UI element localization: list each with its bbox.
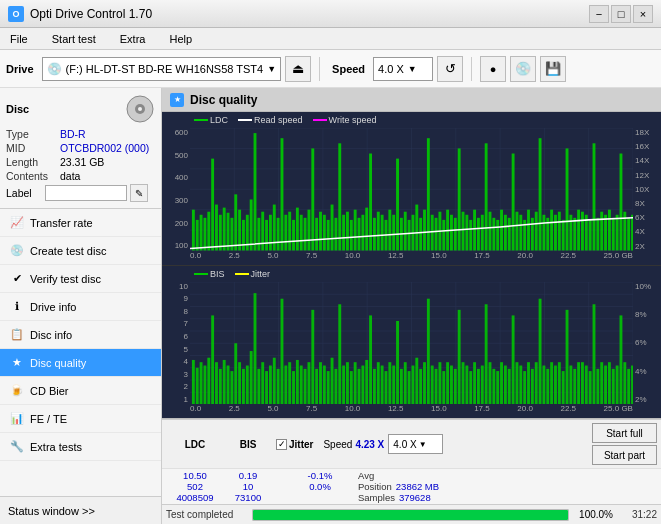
svg-rect-134	[631, 215, 633, 251]
svg-rect-100	[500, 210, 503, 251]
sidebar-item-cd-bier[interactable]: 🍺 CD Bier	[0, 377, 161, 405]
svg-rect-120	[577, 210, 580, 251]
minimize-button[interactable]: −	[589, 5, 609, 23]
svg-rect-167	[234, 343, 237, 404]
disc-button[interactable]: 💿	[510, 56, 536, 82]
svg-rect-40	[269, 215, 272, 251]
svg-rect-118	[569, 215, 572, 251]
menu-file[interactable]: File	[4, 31, 34, 47]
save-button[interactable]: 💾	[540, 56, 566, 82]
sidebar-item-verify-test-disc[interactable]: ✔ Verify test disc	[0, 265, 161, 293]
svg-rect-199	[358, 368, 361, 404]
svg-rect-158	[200, 362, 203, 404]
start-part-button[interactable]: Start part	[592, 445, 657, 465]
svg-rect-250	[554, 365, 557, 404]
speed-stat-combo[interactable]: 4.0 X ▼	[388, 434, 443, 454]
svg-rect-95	[481, 215, 484, 251]
svg-rect-60	[346, 212, 349, 251]
speed-combo[interactable]: 4.0 X ▼	[373, 57, 433, 81]
svg-rect-270	[631, 365, 633, 404]
svg-rect-103	[512, 154, 515, 251]
sidebar-item-disc-quality[interactable]: ★ Disc quality	[0, 349, 161, 377]
svg-rect-116	[562, 220, 565, 251]
maximize-button[interactable]: □	[611, 5, 631, 23]
start-full-button[interactable]: Start full	[592, 423, 657, 443]
svg-rect-109	[535, 212, 538, 251]
close-button[interactable]: ×	[633, 5, 653, 23]
svg-rect-213	[412, 365, 415, 404]
svg-rect-178	[277, 368, 280, 404]
chart1-y-axis-right: 18X 16X 14X 12X 10X 8X 6X 4X 2X	[633, 128, 661, 251]
svg-rect-264	[608, 362, 611, 404]
avg-ldc: 10.50	[183, 470, 207, 481]
menu-start-test[interactable]: Start test	[46, 31, 102, 47]
svg-rect-28	[223, 208, 226, 251]
svg-rect-179	[281, 298, 284, 404]
status-window-button[interactable]: Status window >>	[0, 496, 161, 524]
svg-rect-190	[323, 365, 326, 404]
svg-rect-128	[608, 210, 611, 251]
svg-rect-257	[581, 362, 584, 404]
svg-rect-176	[269, 365, 272, 404]
svg-rect-62	[354, 210, 357, 251]
svg-rect-180	[284, 365, 287, 404]
sidebar-item-drive-info[interactable]: ℹ Drive info	[0, 293, 161, 321]
svg-rect-82	[431, 215, 434, 251]
sidebar-item-drive-info-label: Drive info	[30, 301, 76, 313]
svg-rect-266	[616, 365, 619, 404]
svg-rect-244	[531, 368, 534, 404]
label-input[interactable]	[45, 185, 127, 201]
app-icon: O	[8, 6, 24, 22]
svg-rect-61	[350, 220, 353, 251]
svg-rect-208	[392, 365, 395, 404]
sidebar-item-create-test-disc[interactable]: 💿 Create test disc	[0, 237, 161, 265]
quality-panel-icon: ★	[170, 93, 184, 107]
total-bis: 73100	[235, 492, 261, 503]
svg-rect-110	[539, 138, 542, 250]
drive-combo[interactable]: 💿 (F:) HL-DT-ST BD-RE WH16NS58 TST4 ▼	[42, 57, 282, 81]
svg-rect-224	[454, 368, 457, 404]
menu-extra[interactable]: Extra	[114, 31, 152, 47]
length-value: 23.31 GB	[60, 156, 104, 168]
svg-rect-58	[338, 143, 341, 250]
svg-rect-177	[273, 357, 276, 404]
svg-rect-160	[207, 357, 210, 404]
quality-panel-header: ★ Disc quality	[162, 88, 661, 112]
svg-rect-26	[215, 205, 218, 251]
refresh-button[interactable]: ↺	[437, 56, 463, 82]
jitter-checkbox[interactable]: ✓	[276, 439, 287, 450]
svg-rect-114	[554, 215, 557, 251]
sidebar-item-fe-te[interactable]: 📊 FE / TE	[0, 405, 161, 433]
svg-rect-205	[381, 365, 384, 404]
main-layout: Disc Type BD-R MID OTCBDR002 (000) Leng	[0, 88, 661, 524]
eject-button[interactable]: ⏏	[285, 56, 311, 82]
svg-rect-165	[227, 365, 230, 404]
svg-rect-220	[438, 362, 441, 404]
svg-rect-259	[589, 371, 592, 404]
svg-rect-88	[454, 218, 457, 251]
mid-value: OTCBDR002 (000)	[60, 142, 149, 154]
svg-rect-185	[304, 368, 307, 404]
menu-help[interactable]: Help	[163, 31, 198, 47]
svg-rect-255	[573, 368, 576, 404]
svg-rect-79	[419, 218, 422, 251]
svg-rect-188	[315, 368, 318, 404]
svg-rect-38	[261, 212, 264, 251]
sidebar-item-extra-tests[interactable]: 🔧 Extra tests	[0, 433, 161, 461]
chart2-x-axis: 0.0 2.5 5.0 7.5 10.0 12.5 15.0 17.5 20.0…	[190, 404, 633, 418]
sidebar-item-disc-info[interactable]: 📋 Disc info	[0, 321, 161, 349]
svg-rect-267	[620, 315, 623, 404]
burn-button[interactable]: ●	[480, 56, 506, 82]
ldc-header: LDC	[185, 439, 206, 450]
sidebar-item-verify-test-disc-label: Verify test disc	[30, 273, 101, 285]
svg-rect-27	[219, 215, 222, 251]
svg-rect-269	[627, 368, 630, 404]
svg-rect-262	[600, 362, 603, 404]
svg-rect-225	[458, 309, 461, 404]
label-edit-button[interactable]: ✎	[130, 184, 148, 202]
sidebar-item-transfer-rate[interactable]: 📈 Transfer rate	[0, 209, 161, 237]
progress-bar-outer	[252, 509, 569, 521]
svg-rect-31	[234, 194, 237, 250]
position-label: Position	[358, 481, 392, 492]
svg-rect-169	[242, 368, 245, 404]
